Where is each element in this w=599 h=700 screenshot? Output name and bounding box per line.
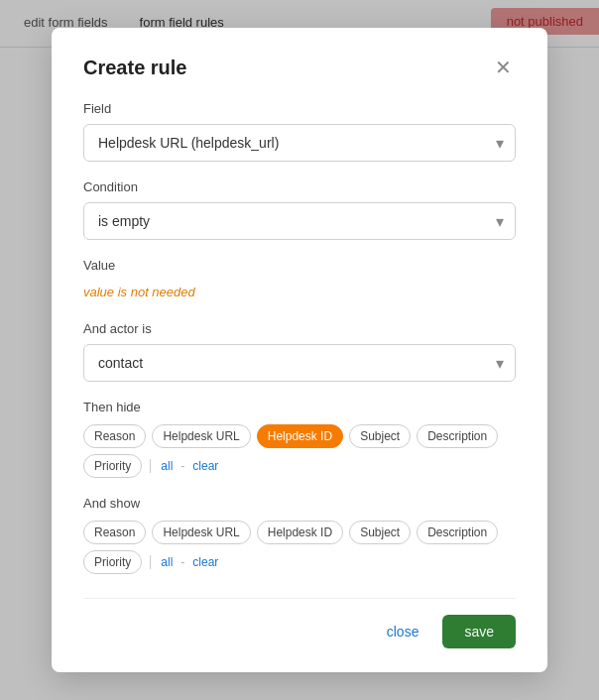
field-select-wrapper: Helpdesk URL (helpdesk_url) ▾ <box>83 124 516 162</box>
tag-subject-show[interactable]: Subject <box>349 521 411 544</box>
close-icon: ✕ <box>495 57 512 78</box>
tag-description-show[interactable]: Description <box>417 521 498 544</box>
tag-helpdesk-id-hide[interactable]: Helpdesk ID <box>257 424 343 448</box>
tag-priority-hide[interactable]: Priority <box>83 454 142 478</box>
actor-label: And actor is <box>83 321 516 336</box>
tag-priority-show[interactable]: Priority <box>83 550 142 574</box>
then-hide-tags-row: Reason Helpdesk URL Helpdesk ID Subject … <box>83 424 516 478</box>
tag-subject-hide[interactable]: Subject <box>349 424 411 448</box>
tag-helpdesk-url-show[interactable]: Helpdesk URL <box>152 521 250 544</box>
condition-group: Condition is empty ▾ <box>83 179 516 240</box>
actor-select[interactable]: contact <box>83 344 516 382</box>
actor-group: And actor is contact ▾ <box>83 321 516 382</box>
field-select[interactable]: Helpdesk URL (helpdesk_url) <box>83 124 516 162</box>
value-hint: value is not needed <box>83 281 516 303</box>
dialog-close-button[interactable]: ✕ <box>491 56 516 79</box>
hide-separator: - <box>180 459 184 473</box>
dialog-footer: close save <box>83 598 516 648</box>
show-clear-link[interactable]: clear <box>190 551 220 573</box>
modal-overlay: Create rule ✕ Field Helpdesk URL (helpde… <box>0 0 599 700</box>
tag-description-hide[interactable]: Description <box>417 424 498 448</box>
and-show-tags-row: Reason Helpdesk URL Helpdesk ID Subject … <box>83 521 516 574</box>
hide-all-link[interactable]: all <box>159 455 175 477</box>
dialog-title: Create rule <box>83 57 187 79</box>
value-group: Value value is not needed <box>83 258 516 303</box>
hide-divider <box>150 459 151 473</box>
show-all-link[interactable]: all <box>159 551 175 573</box>
and-show-group: And show Reason Helpdesk URL Helpdesk ID… <box>83 496 516 574</box>
condition-select-wrapper: is empty ▾ <box>83 202 516 240</box>
tag-reason-hide[interactable]: Reason <box>83 424 146 448</box>
value-label: Value <box>83 258 516 273</box>
then-hide-label: Then hide <box>83 400 516 414</box>
actor-select-wrapper: contact ▾ <box>83 344 516 382</box>
tag-reason-show[interactable]: Reason <box>83 521 146 544</box>
close-button[interactable]: close <box>375 616 431 647</box>
condition-select[interactable]: is empty <box>83 202 516 240</box>
tag-helpdesk-url-hide[interactable]: Helpdesk URL <box>152 424 250 448</box>
show-separator: - <box>180 555 184 569</box>
hide-clear-link[interactable]: clear <box>190 455 220 477</box>
create-rule-dialog: Create rule ✕ Field Helpdesk URL (helpde… <box>52 28 547 672</box>
then-hide-group: Then hide Reason Helpdesk URL Helpdesk I… <box>83 400 516 478</box>
condition-label: Condition <box>83 179 516 194</box>
field-label: Field <box>83 101 516 116</box>
field-group: Field Helpdesk URL (helpdesk_url) ▾ <box>83 101 516 162</box>
show-divider <box>150 555 151 569</box>
dialog-header: Create rule ✕ <box>83 56 516 79</box>
save-button[interactable]: save <box>442 615 516 648</box>
and-show-label: And show <box>83 496 516 511</box>
tag-helpdesk-id-show[interactable]: Helpdesk ID <box>257 521 343 544</box>
